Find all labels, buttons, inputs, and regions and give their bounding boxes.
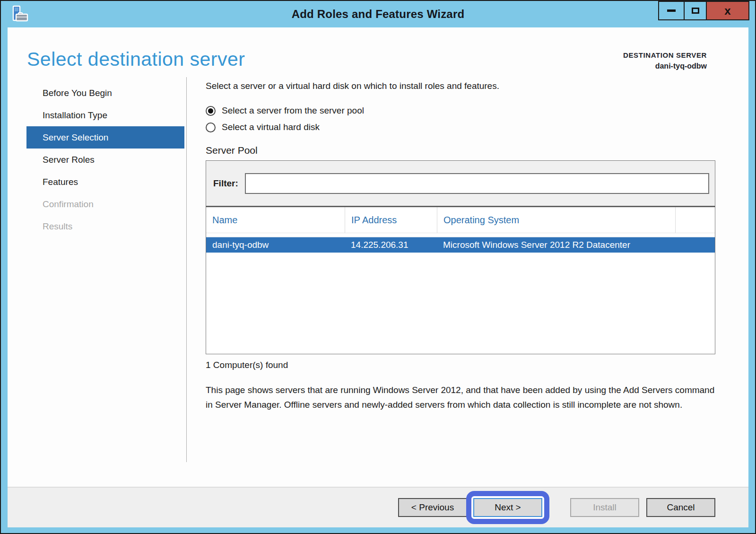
minimize-button[interactable] xyxy=(658,1,685,20)
page-description: This page shows servers that are running… xyxy=(206,383,715,412)
maximize-icon xyxy=(692,8,699,14)
column-header-operating-system[interactable]: Operating System xyxy=(437,207,675,233)
sidebar-item-features[interactable]: Features xyxy=(26,171,184,193)
column-header-ip-address[interactable]: IP Address xyxy=(345,207,437,233)
sidebar-item-confirmation: Confirmation xyxy=(26,193,184,215)
computers-found-count: 1 Computer(s) found xyxy=(206,360,715,370)
titlebar: Add Roles and Features Wizard x xyxy=(1,1,755,27)
column-header-name[interactable]: Name xyxy=(206,207,345,233)
sidebar-item-installation-type[interactable]: Installation Type xyxy=(26,104,184,126)
filter-panel: Filter: xyxy=(206,160,715,206)
cancel-button[interactable]: Cancel xyxy=(646,498,715,517)
server-name-cell: dani-tyq-odbw xyxy=(206,240,345,250)
minimize-icon xyxy=(667,9,676,12)
wizard-steps-sidebar: Before You Begin Installation Type Serve… xyxy=(8,77,186,487)
wizard-content: Select destination server DESTINATION SE… xyxy=(8,27,748,527)
radio-select-virtual-hard-disk[interactable]: Select a virtual hard disk xyxy=(206,122,715,132)
sidebar-item-results: Results xyxy=(26,215,184,237)
radio-label: Select a virtual hard disk xyxy=(222,122,320,132)
radio-selected-icon xyxy=(206,106,216,116)
server-os-cell: Microsoft Windows Server 2012 R2 Datacen… xyxy=(437,240,675,250)
destination-server-label: DESTINATION SERVER xyxy=(623,51,707,59)
close-icon: x xyxy=(724,5,730,17)
column-header-empty xyxy=(675,207,715,233)
server-pool-title: Server Pool xyxy=(206,145,715,156)
main-pane: Select a server or a virtual hard disk o… xyxy=(187,77,748,487)
filter-label: Filter: xyxy=(213,178,238,189)
sidebar-item-server-selection[interactable]: Server Selection xyxy=(26,126,184,149)
radio-select-from-server-pool[interactable]: Select a server from the server pool xyxy=(206,105,715,116)
filter-input[interactable] xyxy=(245,173,709,194)
intro-text: Select a server or a virtual hard disk o… xyxy=(206,81,715,91)
sidebar-item-before-you-begin[interactable]: Before You Begin xyxy=(26,82,184,104)
destination-server-block: DESTINATION SERVER dani-tyq-odbw xyxy=(623,48,707,70)
page-header: Select destination server DESTINATION SE… xyxy=(8,27,748,70)
wizard-body: Before You Begin Installation Type Serve… xyxy=(8,77,748,487)
wizard-window: Add Roles and Features Wizard x Select d… xyxy=(0,0,756,534)
server-pool-table: Name IP Address Operating System dani-ty… xyxy=(206,206,715,354)
sidebar-item-server-roles[interactable]: Server Roles xyxy=(26,149,184,171)
next-button[interactable]: Next > xyxy=(473,498,542,517)
table-row[interactable]: dani-tyq-odbw 14.225.206.31 Microsoft Wi… xyxy=(206,237,715,253)
table-header-row: Name IP Address Operating System xyxy=(206,207,715,233)
install-button: Install xyxy=(570,498,639,517)
server-source-radio-group: Select a server from the server pool Sel… xyxy=(206,105,715,132)
server-manager-icon xyxy=(11,5,29,23)
wizard-footer: < Previous Next > Install Cancel xyxy=(8,487,748,527)
close-button[interactable]: x xyxy=(706,1,749,20)
radio-label: Select a server from the server pool xyxy=(222,105,364,116)
server-ip-cell: 14.225.206.31 xyxy=(345,240,437,250)
maximize-button[interactable] xyxy=(684,1,707,20)
page-title: Select destination server xyxy=(27,48,245,70)
previous-button[interactable]: < Previous xyxy=(398,498,467,517)
window-controls: x xyxy=(659,1,749,20)
next-button-highlight: Next > xyxy=(466,491,549,524)
window-title: Add Roles and Features Wizard xyxy=(292,8,465,21)
destination-server-name: dani-tyq-odbw xyxy=(623,62,707,70)
radio-unselected-icon xyxy=(206,123,216,132)
